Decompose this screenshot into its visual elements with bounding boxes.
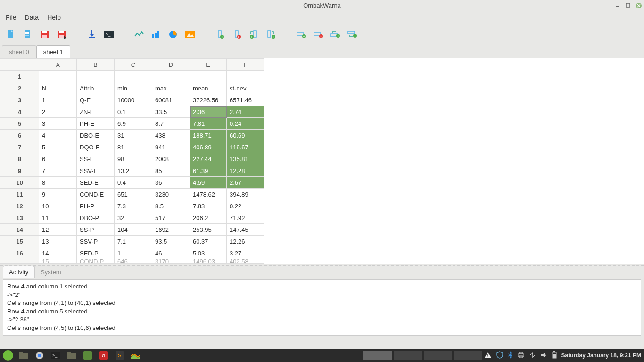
minimize-icon[interactable] [615, 2, 620, 8]
column-header[interactable]: C [115, 59, 152, 71]
cell[interactable]: 33.5 [152, 106, 190, 118]
column-header[interactable]: A [39, 59, 77, 71]
cell[interactable]: 3.27 [227, 247, 264, 259]
cell[interactable]: PH-E [77, 118, 115, 130]
cell[interactable]: 10 [39, 200, 77, 212]
cell[interactable]: 71.92 [227, 212, 264, 224]
cell[interactable]: 2008 [152, 153, 190, 165]
cell[interactable]: SS-E [77, 153, 115, 165]
cell[interactable]: 1 [39, 94, 77, 106]
cell[interactable]: 14 [39, 247, 77, 259]
cell[interactable]: st-dev [227, 82, 264, 94]
cell[interactable]: 188.71 [190, 130, 227, 141]
corner-cell[interactable] [0, 59, 39, 71]
menu-data[interactable]: Data [25, 14, 39, 21]
row-header[interactable]: 13 [0, 212, 39, 224]
cell[interactable]: max [152, 82, 190, 94]
cell[interactable] [152, 71, 190, 82]
column-header[interactable]: D [152, 59, 190, 71]
maximize-icon[interactable] [625, 2, 631, 8]
cell[interactable]: 85 [152, 165, 190, 177]
battery-icon[interactable] [552, 351, 557, 360]
cell[interactable]: 4.59 [190, 177, 227, 189]
cell[interactable]: 31 [115, 130, 152, 141]
cell[interactable] [227, 71, 264, 82]
cell[interactable]: 2.36 [190, 106, 227, 118]
row-header[interactable]: 8 [0, 153, 39, 165]
row-header[interactable]: 12 [0, 200, 39, 212]
cell[interactable]: 5.03 [190, 247, 227, 259]
taskbar-panel[interactable] [363, 351, 392, 360]
cell[interactable]: 7 [39, 165, 77, 177]
new-file-icon[interactable] [6, 29, 16, 40]
cell[interactable]: min [115, 82, 152, 94]
mint-menu-icon[interactable] [81, 351, 94, 360]
cell[interactable]: 93.5 [152, 236, 190, 247]
cell[interactable]: 12 [39, 224, 77, 236]
folder-icon[interactable] [65, 351, 78, 360]
cell[interactable]: 2.74 [227, 106, 264, 118]
row-header[interactable]: 14 [0, 224, 39, 236]
chrome-icon[interactable] [33, 351, 46, 360]
tab-sheet-0[interactable]: sheet 0 [2, 45, 36, 58]
start-menu-icon[interactable] [3, 350, 13, 361]
cell[interactable]: DBO-E [77, 130, 115, 141]
remove-column-icon[interactable]: × [232, 29, 242, 40]
cell[interactable]: 1692 [152, 224, 190, 236]
row-header[interactable]: 15 [0, 236, 39, 247]
cell[interactable]: 147.45 [227, 224, 264, 236]
row-header[interactable]: 1 [0, 71, 39, 82]
sublime-icon[interactable]: S [113, 351, 126, 360]
cell[interactable]: 104 [115, 224, 152, 236]
remove-row-icon[interactable]: × [313, 29, 323, 40]
cell[interactable]: Q-E [77, 94, 115, 106]
cell[interactable]: 517 [152, 212, 190, 224]
row-header[interactable]: 3 [0, 94, 39, 106]
cell[interactable]: 0.24 [227, 118, 264, 130]
cell[interactable]: 394.89 [227, 189, 264, 200]
cell[interactable]: 13 [39, 236, 77, 247]
cell[interactable]: 7.83 [190, 200, 227, 212]
bar-chart-icon[interactable] [151, 29, 161, 40]
cell[interactable]: 7.3 [115, 200, 152, 212]
cell[interactable] [190, 71, 227, 82]
row-header[interactable]: 9 [0, 165, 39, 177]
cell[interactable]: 81 [115, 141, 152, 153]
tab-system[interactable]: System [34, 266, 67, 278]
cell[interactable]: 8 [39, 177, 77, 189]
cell[interactable]: 4 [39, 130, 77, 141]
file-manager-icon[interactable] [17, 351, 30, 360]
column-header[interactable]: E [190, 59, 227, 71]
terminal-taskbar-icon[interactable]: >_ [49, 351, 62, 360]
insert-column-left-icon[interactable]: + [249, 29, 259, 40]
cell[interactable]: 6571.46 [227, 94, 264, 106]
save-icon[interactable] [40, 29, 50, 40]
cell[interactable]: 135.81 [227, 153, 264, 165]
cell[interactable]: DBO-P [77, 212, 115, 224]
cell[interactable]: 6 [39, 153, 77, 165]
menu-help[interactable]: Help [47, 14, 61, 21]
cell[interactable]: 253.95 [190, 224, 227, 236]
volume-icon[interactable] [541, 352, 547, 360]
cell[interactable]: mean [190, 82, 227, 94]
cell[interactable]: 13.2 [115, 165, 152, 177]
taskbar-panel[interactable] [394, 351, 422, 360]
add-column-icon[interactable]: + [215, 29, 225, 40]
column-header[interactable]: F [227, 59, 264, 71]
cell[interactable]: 61.39 [190, 165, 227, 177]
cell[interactable]: 37226.56 [190, 94, 227, 106]
cell[interactable]: 12.28 [227, 165, 264, 177]
cell[interactable]: 11 [39, 212, 77, 224]
cell[interactable]: 60081 [152, 94, 190, 106]
image-icon[interactable] [185, 29, 195, 40]
cell[interactable]: ZN-E [77, 106, 115, 118]
cell[interactable]: SSV-E [77, 165, 115, 177]
row-header[interactable]: 6 [0, 130, 39, 141]
insert-column-right-icon[interactable]: + [266, 29, 276, 40]
cell[interactable]: 3230 [152, 189, 190, 200]
row-header[interactable]: 16 [0, 247, 39, 259]
cell[interactable]: 941 [152, 141, 190, 153]
app-icon-red[interactable]: л [97, 351, 110, 360]
cell[interactable]: 651 [115, 189, 152, 200]
row-header[interactable]: 5 [0, 118, 39, 130]
